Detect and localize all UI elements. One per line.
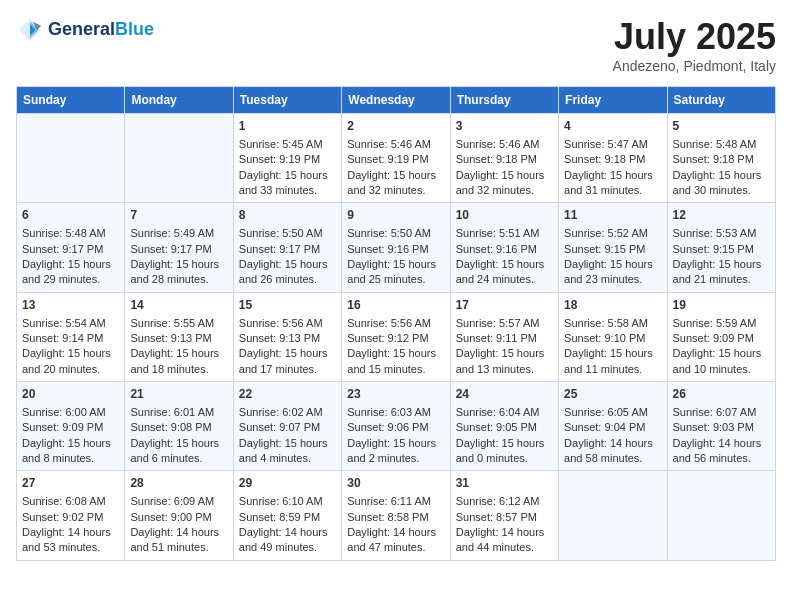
- calendar-cell: 24Sunrise: 6:04 AMSunset: 9:05 PMDayligh…: [450, 382, 558, 471]
- day-info: Sunset: 9:17 PM: [22, 242, 119, 257]
- calendar-cell: 28Sunrise: 6:09 AMSunset: 9:00 PMDayligh…: [125, 471, 233, 560]
- day-info: and 18 minutes.: [130, 362, 227, 377]
- day-info: Sunset: 9:15 PM: [564, 242, 661, 257]
- weekday-header-saturday: Saturday: [667, 87, 775, 114]
- day-info: Sunset: 9:02 PM: [22, 510, 119, 525]
- day-number: 6: [22, 207, 119, 224]
- day-info: Sunset: 9:16 PM: [456, 242, 553, 257]
- day-info: Daylight: 15 hours: [239, 346, 336, 361]
- calendar-cell: 19Sunrise: 5:59 AMSunset: 9:09 PMDayligh…: [667, 292, 775, 381]
- day-number: 9: [347, 207, 444, 224]
- day-info: Sunset: 9:19 PM: [347, 152, 444, 167]
- day-info: and 24 minutes.: [456, 272, 553, 287]
- weekday-header-tuesday: Tuesday: [233, 87, 341, 114]
- calendar-cell: 27Sunrise: 6:08 AMSunset: 9:02 PMDayligh…: [17, 471, 125, 560]
- weekday-header-wednesday: Wednesday: [342, 87, 450, 114]
- calendar-cell: 23Sunrise: 6:03 AMSunset: 9:06 PMDayligh…: [342, 382, 450, 471]
- calendar-cell: [559, 471, 667, 560]
- day-number: 1: [239, 118, 336, 135]
- day-info: Sunrise: 6:12 AM: [456, 494, 553, 509]
- day-info: and 26 minutes.: [239, 272, 336, 287]
- calendar-cell: 31Sunrise: 6:12 AMSunset: 8:57 PMDayligh…: [450, 471, 558, 560]
- day-number: 4: [564, 118, 661, 135]
- day-info: Sunrise: 6:10 AM: [239, 494, 336, 509]
- calendar-cell: 22Sunrise: 6:02 AMSunset: 9:07 PMDayligh…: [233, 382, 341, 471]
- day-info: Sunrise: 6:05 AM: [564, 405, 661, 420]
- day-info: Sunset: 9:18 PM: [564, 152, 661, 167]
- day-number: 22: [239, 386, 336, 403]
- day-info: Sunset: 8:58 PM: [347, 510, 444, 525]
- day-info: Sunrise: 6:00 AM: [22, 405, 119, 420]
- day-number: 10: [456, 207, 553, 224]
- page-header: GeneralBlue July 2025 Andezeno, Piedmont…: [16, 16, 776, 74]
- day-info: and 56 minutes.: [673, 451, 770, 466]
- day-info: Sunset: 9:16 PM: [347, 242, 444, 257]
- day-info: and 32 minutes.: [347, 183, 444, 198]
- calendar-cell: 18Sunrise: 5:58 AMSunset: 9:10 PMDayligh…: [559, 292, 667, 381]
- day-info: Sunrise: 6:11 AM: [347, 494, 444, 509]
- day-info: Daylight: 15 hours: [130, 346, 227, 361]
- day-info: Daylight: 15 hours: [673, 168, 770, 183]
- weekday-header-sunday: Sunday: [17, 87, 125, 114]
- day-info: Daylight: 15 hours: [347, 346, 444, 361]
- day-info: Daylight: 15 hours: [456, 436, 553, 451]
- day-info: Sunset: 9:09 PM: [22, 420, 119, 435]
- day-info: Sunrise: 5:47 AM: [564, 137, 661, 152]
- day-info: Daylight: 15 hours: [239, 436, 336, 451]
- day-number: 2: [347, 118, 444, 135]
- day-info: and 29 minutes.: [22, 272, 119, 287]
- day-info: Sunset: 9:17 PM: [130, 242, 227, 257]
- day-number: 31: [456, 475, 553, 492]
- day-info: Daylight: 15 hours: [130, 257, 227, 272]
- day-info: Daylight: 15 hours: [22, 346, 119, 361]
- day-info: and 6 minutes.: [130, 451, 227, 466]
- weekday-header-friday: Friday: [559, 87, 667, 114]
- day-info: Sunrise: 6:01 AM: [130, 405, 227, 420]
- day-number: 29: [239, 475, 336, 492]
- day-info: Daylight: 15 hours: [130, 436, 227, 451]
- calendar-cell: 13Sunrise: 5:54 AMSunset: 9:14 PMDayligh…: [17, 292, 125, 381]
- day-info: and 51 minutes.: [130, 540, 227, 555]
- calendar-cell: 25Sunrise: 6:05 AMSunset: 9:04 PMDayligh…: [559, 382, 667, 471]
- day-info: Sunset: 9:12 PM: [347, 331, 444, 346]
- day-info: Sunset: 9:18 PM: [456, 152, 553, 167]
- day-info: Sunrise: 5:49 AM: [130, 226, 227, 241]
- day-number: 7: [130, 207, 227, 224]
- calendar-cell: 6Sunrise: 5:48 AMSunset: 9:17 PMDaylight…: [17, 203, 125, 292]
- calendar-table: SundayMondayTuesdayWednesdayThursdayFrid…: [16, 86, 776, 561]
- calendar-cell: [667, 471, 775, 560]
- weekday-header-thursday: Thursday: [450, 87, 558, 114]
- day-info: and 8 minutes.: [22, 451, 119, 466]
- day-info: Sunrise: 5:55 AM: [130, 316, 227, 331]
- day-info: Daylight: 15 hours: [673, 257, 770, 272]
- day-info: Sunrise: 6:04 AM: [456, 405, 553, 420]
- day-info: Daylight: 14 hours: [347, 525, 444, 540]
- location: Andezeno, Piedmont, Italy: [613, 58, 776, 74]
- day-info: Sunrise: 5:56 AM: [239, 316, 336, 331]
- day-info: Daylight: 15 hours: [22, 436, 119, 451]
- day-info: Sunrise: 5:53 AM: [673, 226, 770, 241]
- title-block: July 2025 Andezeno, Piedmont, Italy: [613, 16, 776, 74]
- day-info: and 44 minutes.: [456, 540, 553, 555]
- day-number: 20: [22, 386, 119, 403]
- calendar-cell: 16Sunrise: 5:56 AMSunset: 9:12 PMDayligh…: [342, 292, 450, 381]
- day-number: 17: [456, 297, 553, 314]
- day-info: and 4 minutes.: [239, 451, 336, 466]
- day-number: 11: [564, 207, 661, 224]
- calendar-cell: 11Sunrise: 5:52 AMSunset: 9:15 PMDayligh…: [559, 203, 667, 292]
- calendar-cell: 12Sunrise: 5:53 AMSunset: 9:15 PMDayligh…: [667, 203, 775, 292]
- day-info: and 21 minutes.: [673, 272, 770, 287]
- day-info: Sunset: 8:57 PM: [456, 510, 553, 525]
- day-number: 18: [564, 297, 661, 314]
- month-title: July 2025: [613, 16, 776, 58]
- day-info: and 2 minutes.: [347, 451, 444, 466]
- day-info: Daylight: 15 hours: [347, 257, 444, 272]
- calendar-cell: [125, 114, 233, 203]
- day-number: 25: [564, 386, 661, 403]
- day-info: Sunset: 9:15 PM: [673, 242, 770, 257]
- day-info: Daylight: 15 hours: [456, 346, 553, 361]
- day-info: Sunrise: 5:54 AM: [22, 316, 119, 331]
- day-info: Sunrise: 5:50 AM: [347, 226, 444, 241]
- day-info: and 33 minutes.: [239, 183, 336, 198]
- day-info: Daylight: 15 hours: [22, 257, 119, 272]
